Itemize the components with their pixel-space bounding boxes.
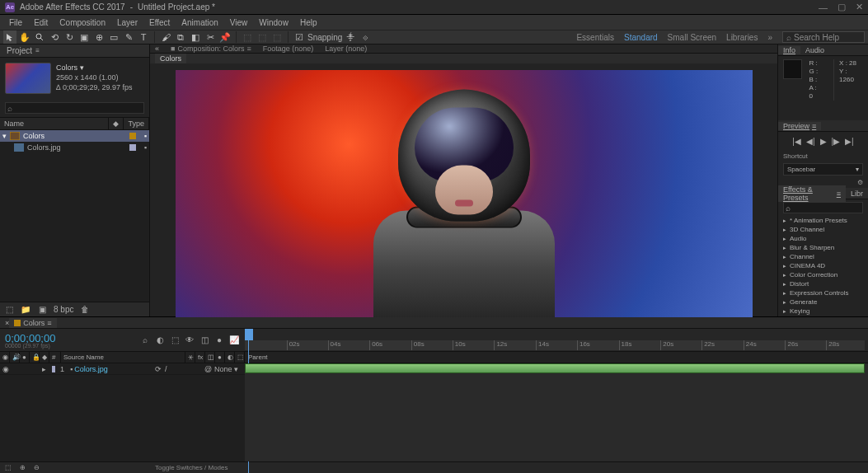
first-frame-icon[interactable]: |◀ [792, 137, 801, 146]
col-parent[interactable]: Parent [248, 354, 268, 361]
tab-composition[interactable]: ■ Composition: Colors ≡ [171, 44, 251, 53]
menu-animation[interactable]: Animation [176, 16, 223, 29]
breadcrumb-comp[interactable]: Colors [155, 54, 186, 63]
effects-category[interactable]: Distort [780, 279, 866, 288]
next-frame-icon[interactable]: |▶ [832, 137, 841, 146]
workspace-overflow-icon[interactable]: » [767, 33, 772, 42]
timeline-tracks[interactable] [245, 363, 868, 461]
zoom-in-icon[interactable]: ⊕ [20, 464, 26, 471]
menu-window[interactable]: Window [253, 16, 294, 29]
snapping-checkbox[interactable]: ☑ [293, 30, 306, 44]
twirl-icon[interactable]: ▸ [42, 365, 46, 373]
parent-pickwhip-icon[interactable]: @ [204, 365, 212, 373]
draft-3d-icon[interactable]: ⬚ [169, 335, 181, 346]
tab-effects-presets[interactable]: Effects & Presets ≡ [778, 185, 846, 202]
layer-list[interactable]: ◉ ▸ 1 ▪ Colors.jpg ⟳ / @ None ▾ [0, 363, 245, 461]
trash-icon[interactable]: 🗑 [80, 305, 90, 315]
col-3d-icon[interactable]: ⬚ [235, 352, 245, 363]
shortcut-dropdown[interactable]: Spacebar▾ [783, 163, 863, 176]
effects-search-input[interactable]: ⌕ [783, 202, 863, 213]
puppet-tool-icon[interactable]: 📌 [218, 30, 232, 44]
col-visibility-icon[interactable]: ◉ [0, 352, 10, 363]
clone-tool-icon[interactable]: ⧉ [174, 30, 187, 44]
hand-tool-icon[interactable]: ✋ [18, 30, 31, 44]
tab-libraries[interactable]: Libr [846, 190, 868, 198]
world-axis-icon[interactable]: ⬚ [256, 30, 269, 44]
tab-footage[interactable]: Footage (none) [263, 44, 314, 53]
effects-category[interactable]: Audio [780, 234, 866, 243]
layer-duration-bar[interactable] [245, 363, 865, 373]
orbit-tool-icon[interactable]: ⟲ [48, 30, 61, 44]
col-type[interactable]: Type [124, 118, 149, 129]
menu-layer[interactable]: Layer [111, 16, 143, 29]
effects-category[interactable]: CINEMA 4D [780, 261, 866, 270]
menu-view[interactable]: View [224, 16, 254, 29]
composition-canvas[interactable] [176, 70, 753, 317]
window-maximize-icon[interactable]: ▢ [838, 2, 846, 12]
workspace-essentials[interactable]: Essentials [576, 33, 614, 42]
layer-row[interactable]: ◉ ▸ 1 ▪ Colors.jpg ⟳ / @ None ▾ [0, 363, 245, 375]
workspace-standard[interactable]: Standard [624, 33, 658, 42]
help-search[interactable]: ⌕ Search Help [782, 31, 865, 43]
text-tool-icon[interactable]: T [137, 30, 150, 44]
col-motion-blur-icon[interactable]: ● [215, 352, 225, 363]
last-frame-icon[interactable]: ▶| [845, 137, 854, 146]
asset-row-footage[interactable]: Colors.jpg ▪ [0, 142, 149, 153]
effects-category[interactable]: Generate [780, 297, 866, 307]
col-shy-icon[interactable]: ⚹ [185, 352, 195, 363]
preview-settings-icon[interactable]: ⚙ [857, 179, 863, 186]
eraser-tool-icon[interactable]: ◧ [189, 30, 202, 44]
window-minimize-icon[interactable]: — [819, 2, 828, 12]
col-number[interactable]: # [49, 352, 61, 363]
col-audio-icon[interactable]: 🔊 [10, 352, 20, 363]
brush-tool-icon[interactable]: 🖌 [159, 30, 172, 44]
effects-category[interactable]: Expression Controls [780, 288, 866, 297]
roto-tool-icon[interactable]: ✂ [204, 30, 217, 44]
rotate-tool-icon[interactable]: ↻ [63, 30, 76, 44]
transform-reset-icon[interactable]: ⟳ [155, 365, 162, 373]
switches-group[interactable]: / [162, 365, 202, 373]
col-label-icon[interactable]: ◆ [40, 352, 49, 363]
effects-category[interactable]: Color Correction [780, 270, 866, 279]
col-adjustment-icon[interactable]: ◐ [225, 352, 235, 363]
layer-name[interactable]: Colors.jpg [74, 365, 108, 373]
new-comp-icon[interactable]: ▣ [37, 305, 47, 315]
snap-collapse-icon[interactable]: ⟐ [359, 30, 372, 44]
menu-composition[interactable]: Composition [54, 16, 111, 29]
window-close-icon[interactable]: ✕ [856, 2, 863, 12]
composition-viewer[interactable] [150, 63, 777, 324]
effects-list[interactable]: * Animation Presets 3D Channel Audio Blu… [778, 216, 868, 316]
tab-preview[interactable]: Preview ≡ [778, 122, 821, 130]
effects-category[interactable]: Keying [780, 307, 866, 316]
viewer-chevron-icon[interactable]: « [155, 44, 159, 53]
workspace-small-screen[interactable]: Small Screen [668, 33, 716, 42]
panel-menu-icon[interactable]: ≡ [35, 47, 40, 54]
pen-tool-icon[interactable]: ✎ [122, 30, 135, 44]
menu-file[interactable]: File [3, 16, 28, 29]
twirl-icon[interactable]: ▾ [2, 132, 7, 140]
panel-menu-icon[interactable]: ≡ [47, 319, 51, 327]
tab-info[interactable]: Info [778, 46, 800, 54]
interpret-footage-icon[interactable]: ⬚ [4, 305, 14, 315]
camera-tool-icon[interactable]: ▣ [77, 30, 91, 44]
search-layers-icon[interactable]: ⌕ [139, 335, 151, 346]
menu-edit[interactable]: Edit [28, 16, 54, 29]
bpc-button[interactable]: 8 bpc [54, 305, 73, 314]
local-axis-icon[interactable]: ⬚ [241, 30, 254, 44]
zoom-out-icon[interactable]: ⊖ [34, 464, 40, 471]
col-frame-blend-icon[interactable]: ◫ [205, 352, 215, 363]
effects-category[interactable]: * Animation Presets [780, 216, 866, 225]
effects-category[interactable]: Blur & Sharpen [780, 243, 866, 252]
tab-layer[interactable]: Layer (none) [325, 44, 367, 53]
asset-list[interactable]: ▾ Colors ▪ Colors.jpg ▪ [0, 130, 149, 302]
composition-thumbnail[interactable] [5, 63, 51, 94]
selection-tool-icon[interactable] [3, 30, 16, 44]
view-axis-icon[interactable]: ⬚ [270, 30, 284, 44]
tab-audio[interactable]: Audio [800, 46, 829, 54]
frame-blend-icon[interactable]: ◫ [199, 335, 210, 346]
col-solo-icon[interactable]: ● [20, 352, 30, 363]
playhead[interactable] [245, 329, 253, 340]
comp-mini-flow-icon[interactable]: ◐ [154, 335, 166, 346]
new-folder-icon[interactable]: 📁 [21, 305, 30, 315]
motion-blur-icon[interactable]: ● [213, 335, 225, 346]
